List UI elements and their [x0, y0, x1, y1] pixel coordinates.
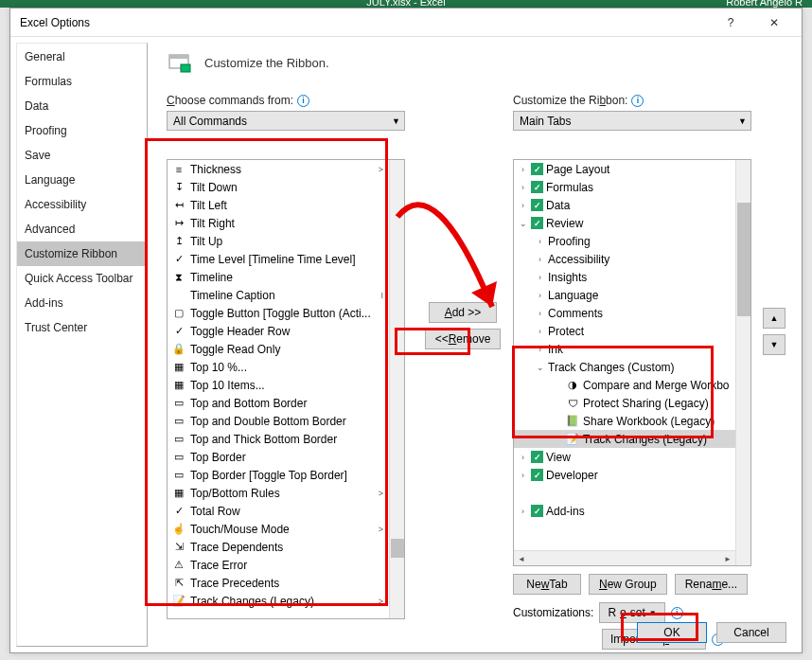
command-item[interactable]: ✓Toggle Header Row [168, 322, 389, 340]
new-tab-button[interactable]: New TabNew Tab [513, 574, 581, 595]
expand-icon[interactable]: ⌄ [535, 363, 545, 372]
expand-icon[interactable]: ⌄ [518, 219, 528, 228]
command-item[interactable]: ✓Time Level [Timeline Time Level] [168, 250, 389, 268]
command-item[interactable]: 📝Track Changes (Legacy)> [168, 592, 389, 610]
checkbox-icon[interactable]: ✓ [531, 505, 543, 517]
command-item[interactable]: ▦Top 10 Items... [168, 376, 389, 394]
customize-ribbon-dropdown[interactable]: Main Tabs ▼ [513, 111, 751, 131]
move-up-button[interactable]: ▲ [763, 308, 786, 329]
expand-icon[interactable]: › [535, 309, 545, 318]
new-group-button[interactable]: New GroupNew Group [589, 574, 667, 595]
sidebar-item-customize-ribbon[interactable]: Customize Ribbon [17, 241, 147, 266]
info-icon[interactable]: i [631, 95, 644, 107]
checkbox-icon[interactable]: ✓ [531, 451, 543, 463]
sidebar-item-proofing[interactable]: Proofing [17, 118, 147, 143]
ok-button[interactable]: OK [637, 622, 707, 643]
expand-icon[interactable]: › [518, 507, 528, 516]
info-icon[interactable]: i [297, 95, 309, 107]
tree-item[interactable]: ⌄Track Changes (Custom) [514, 358, 735, 376]
add-button[interactable]: AAdd >>dd >> [429, 302, 497, 323]
move-down-button[interactable]: ▼ [763, 334, 786, 355]
choose-commands-dropdown[interactable]: All Commands ▼ [167, 111, 405, 131]
tree-item[interactable]: ›Accessibility [514, 250, 735, 268]
expand-icon[interactable]: › [535, 345, 545, 354]
ribbon-tree[interactable]: ›✓Page Layout›✓Formulas›✓Data⌄✓Review›Pr… [513, 159, 751, 566]
expand-icon[interactable]: › [518, 453, 528, 462]
checkbox-icon[interactable]: ✓ [531, 469, 543, 481]
expand-icon[interactable]: › [535, 255, 545, 264]
scrollbar-vertical[interactable] [389, 160, 404, 618]
command-item[interactable]: ↧Tilt Down [168, 178, 389, 196]
tree-item[interactable]: ›✓Add-ins [514, 502, 735, 520]
sidebar-item-accessibility[interactable]: Accessibility [17, 192, 147, 217]
expand-icon[interactable]: › [518, 183, 528, 192]
command-item[interactable]: ✓Total Row [168, 502, 389, 520]
info-icon[interactable]: i [671, 607, 683, 619]
scrollbar-horizontal[interactable]: ◄► [514, 550, 735, 565]
expand-icon[interactable]: › [535, 237, 545, 246]
tree-item[interactable]: ›✓Data [514, 196, 735, 214]
checkbox-icon[interactable]: ✓ [531, 163, 543, 175]
sidebar-item-language[interactable]: Language [17, 168, 147, 192]
reset-dropdown[interactable]: ResetReset ▼ [599, 602, 664, 623]
command-item[interactable]: ↦Tilt Right [168, 214, 389, 232]
rename-button[interactable]: Rename...Rename... [675, 574, 748, 595]
tree-item[interactable]: ›Ink [514, 340, 735, 358]
tree-item[interactable]: ›✓Developer [514, 466, 735, 484]
command-item[interactable]: Timeline CaptionI [168, 286, 389, 304]
tree-item[interactable]: ›Comments [514, 304, 735, 322]
command-item[interactable]: 🔒Toggle Read Only [168, 340, 389, 358]
tree-item[interactable]: ◑Compare and Merge Workbo [514, 376, 735, 394]
checkbox-icon[interactable]: ✓ [531, 217, 543, 229]
tree-item[interactable] [514, 484, 735, 502]
command-item[interactable]: ⇱Trace Precedents [168, 574, 389, 592]
tree-item[interactable]: 📝Track Changes (Legacy) [514, 430, 735, 448]
command-item[interactable]: ▭Top and Bottom Border [168, 394, 389, 412]
tree-item[interactable]: ›✓Formulas [514, 178, 735, 196]
command-item[interactable]: ▢Toggle Button [Toggle Button (Acti... [168, 304, 389, 322]
command-item[interactable]: ▭Top Border [168, 448, 389, 466]
command-item[interactable]: ↤Tilt Left [168, 196, 389, 214]
tree-item[interactable]: ›Proofing [514, 232, 735, 250]
command-item[interactable]: ⇲Trace Dependents [168, 538, 389, 556]
checkbox-icon[interactable]: ✓ [531, 181, 543, 193]
tree-item[interactable]: ⌄✓Review [514, 214, 735, 232]
help-button[interactable]: ? [709, 9, 752, 36]
sidebar-item-data[interactable]: Data [17, 94, 147, 118]
sidebar-item-formulas[interactable]: Formulas [17, 69, 147, 94]
tree-item[interactable]: ›✓Page Layout [514, 160, 735, 178]
remove-button[interactable]: << Remove<< Remove [425, 329, 502, 349]
scrollbar-vertical[interactable] [735, 160, 750, 565]
tree-item[interactable]: ›✓View [514, 448, 735, 466]
tree-item[interactable]: ›Protect [514, 322, 735, 340]
expand-icon[interactable]: › [535, 273, 545, 282]
command-item[interactable]: ☝Touch/Mouse Mode> [168, 520, 389, 538]
tree-item[interactable]: ›Insights [514, 268, 735, 286]
sidebar-item-general[interactable]: General [17, 45, 147, 69]
command-item[interactable]: ≡Thickness> [168, 160, 389, 178]
sidebar-item-advanced[interactable]: Advanced [17, 217, 147, 241]
tree-item[interactable]: 🛡Protect Sharing (Legacy) [514, 394, 735, 412]
sidebar-item-quick-access-toolbar[interactable]: Quick Access Toolbar [17, 266, 147, 291]
command-item[interactable]: ▦Top 10 %... [168, 358, 389, 376]
commands-listbox[interactable]: ≡Thickness>↧Tilt Down↤Tilt Left↦Tilt Rig… [167, 159, 405, 619]
expand-icon[interactable]: › [535, 291, 545, 300]
tree-item[interactable]: ›Language [514, 286, 735, 304]
expand-icon[interactable]: › [518, 165, 528, 174]
expand-icon[interactable]: › [518, 201, 528, 210]
command-item[interactable]: ▦Top/Bottom Rules> [168, 484, 389, 502]
cancel-button[interactable]: Cancel [716, 622, 786, 643]
sidebar-item-add-ins[interactable]: Add-ins [17, 291, 147, 315]
command-item[interactable]: ⧗Timeline [168, 268, 389, 286]
sidebar-item-save[interactable]: Save [17, 143, 147, 168]
checkbox-icon[interactable]: ✓ [531, 199, 543, 211]
close-button[interactable]: ✕ [752, 9, 796, 36]
command-item[interactable]: ↥Tilt Up [168, 232, 389, 250]
sidebar-item-trust-center[interactable]: Trust Center [17, 315, 147, 340]
command-item[interactable]: ▭Top Border [Toggle Top Border] [168, 466, 389, 484]
tree-item[interactable]: 📗Share Workbook (Legacy) [514, 412, 735, 430]
command-item[interactable]: ▭Top and Double Bottom Border [168, 412, 389, 430]
command-item[interactable]: ⚠Trace Error [168, 556, 389, 574]
expand-icon[interactable]: › [518, 471, 528, 480]
expand-icon[interactable]: › [535, 327, 545, 336]
